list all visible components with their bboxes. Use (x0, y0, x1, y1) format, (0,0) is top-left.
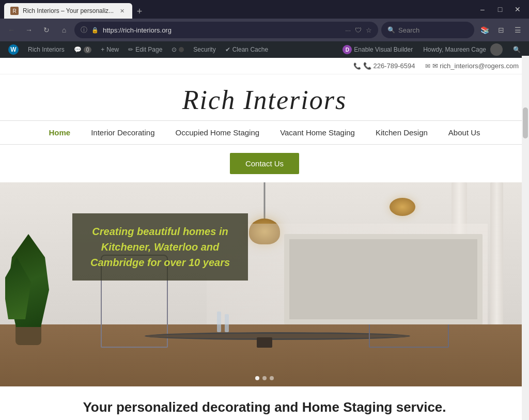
new-tab-button[interactable]: + (132, 4, 147, 19)
info-icon: ⓘ (81, 25, 87, 35)
search-placeholder: Search (398, 26, 419, 34)
sidebar-icon[interactable]: ⊟ (494, 23, 508, 37)
divi-badge: D (343, 45, 352, 54)
site-title: Rich Interiors (0, 85, 529, 115)
site-name: Rich Interiors (28, 46, 65, 53)
wp-security-item[interactable]: Security (189, 41, 220, 58)
hero-background: Creating beautiful homes in Kitchener, W… (0, 182, 529, 386)
lock-icon: 🔒 (91, 27, 99, 34)
browser-tab[interactable]: R Rich Interiors – Your personaliz... ✕ (4, 3, 132, 19)
slider-dots (255, 376, 274, 380)
hero-text-overlay: Creating beautiful homes in Kitchener, W… (72, 213, 248, 281)
hero-text: Creating beautiful homes in Kitchener, W… (88, 224, 232, 270)
scrollbar-thumb[interactable] (523, 107, 528, 138)
wp-site-name-item[interactable]: Rich Interiors (24, 41, 69, 58)
minimize-button[interactable]: – (475, 2, 490, 17)
wp-edit-page-item[interactable]: ✏ Edit Page (124, 41, 166, 58)
nav-item-about-us[interactable]: About Us (448, 128, 480, 144)
wp-user-item[interactable]: Howdy, Maureen Cage (419, 41, 507, 58)
nav-item-kitchen-design[interactable]: Kitchen Design (376, 128, 428, 144)
title-bar: R Rich Interiors – Your personaliz... ✕ … (0, 0, 529, 19)
home-button[interactable]: ⌂ (57, 23, 71, 37)
window-controls: – □ ✕ (475, 2, 525, 17)
new-label: New (106, 46, 119, 53)
email-address: ✉ rich_interiors@rogers.com (425, 62, 519, 70)
wp-admin-bar: W Rich Interiors 💬 0 + New ✏ Edit Page ⊙… (0, 41, 529, 58)
reload-button[interactable]: ↻ (39, 23, 54, 37)
wp-w3tc-item[interactable]: ⊙ (167, 41, 188, 58)
nav-item-occupied-staging[interactable]: Occupied Home Staging (176, 128, 260, 144)
hero-section: Creating beautiful homes in Kitchener, W… (0, 182, 529, 386)
tab-favicon: R (10, 7, 19, 15)
clean-cache-label: Clean Cache (232, 46, 268, 53)
url-text: https://rich-interiors.org (103, 26, 341, 34)
maximize-button[interactable]: □ (493, 2, 507, 17)
search-bar[interactable]: 🔍 Search (381, 22, 474, 38)
shield-icon: 🛡 (355, 26, 362, 34)
edit-page-label: Edit Page (135, 46, 162, 53)
menu-icon[interactable]: ☰ (510, 23, 525, 37)
wp-divi-item[interactable]: D Enable Visual Builder (338, 41, 417, 58)
search-icon: 🔍 (387, 26, 395, 34)
website-content: 📞 226-789-6594 ✉ rich_interiors@rogers.c… (0, 58, 529, 420)
back-button[interactable]: ← (4, 23, 19, 37)
user-greeting: Howdy, Maureen Cage (423, 46, 486, 53)
phone-number: 📞 226-789-6594 (353, 62, 415, 70)
star-icon: ☆ (366, 26, 372, 34)
wp-search-icon: 🔍 (513, 46, 521, 53)
bottom-heading: Your personalized decorating and Home St… (10, 399, 519, 415)
email-icon: ✉ (432, 62, 438, 70)
contact-us-button[interactable]: Contact Us (230, 153, 299, 174)
dot-2[interactable] (262, 376, 267, 380)
tab-title: Rich Interiors – Your personaliz... (23, 7, 114, 14)
dot-3[interactable] (270, 376, 274, 380)
comment-count: 0 (84, 46, 92, 53)
nav-item-interior-decorating[interactable]: Interior Decorating (91, 128, 154, 144)
tab-close-button[interactable]: ✕ (118, 7, 126, 15)
plus-icon: + (101, 46, 104, 53)
wp-comment-item[interactable]: 💬 0 (70, 41, 96, 58)
w3tc-icon: ⊙ (172, 46, 177, 53)
main-nav: Home Interior Decorating Occupied Home S… (0, 120, 529, 145)
pencil-icon: ✏ (128, 46, 133, 53)
library-icon[interactable]: 📚 (477, 23, 492, 37)
more-icon: ··· (345, 26, 351, 34)
wp-clean-cache-item[interactable]: ✔ Clean Cache (221, 41, 272, 58)
scrollbar[interactable] (522, 56, 529, 420)
dot-1[interactable] (255, 376, 259, 380)
phone-icon: 📞 (363, 62, 371, 70)
close-button[interactable]: ✕ (510, 2, 525, 17)
wp-new-item[interactable]: + New (97, 41, 123, 58)
security-label: Security (193, 46, 215, 53)
contact-btn-area: Contact Us (0, 145, 529, 182)
address-bar: ← → ↻ ⌂ ⓘ 🔒 https://rich-interiors.org ·… (0, 19, 529, 41)
enable-visual-builder-label: Enable Visual Builder (354, 46, 413, 53)
bottom-section: Your personalized decorating and Home St… (0, 386, 529, 420)
nav-item-vacant-staging[interactable]: Vacant Home Staging (280, 128, 355, 144)
site-logo: Rich Interiors (0, 74, 529, 120)
wp-logo: W (8, 44, 19, 55)
comment-icon: 💬 (74, 46, 82, 53)
contact-bar: 📞 226-789-6594 ✉ rich_interiors@rogers.c… (0, 58, 529, 74)
check-icon: ✔ (225, 46, 230, 53)
wp-logo-item[interactable]: W (4, 41, 23, 58)
nav-item-home[interactable]: Home (49, 128, 70, 144)
forward-button[interactable]: → (22, 23, 36, 37)
url-bar[interactable]: ⓘ 🔒 https://rich-interiors.org ··· 🛡 ☆ (74, 22, 378, 38)
